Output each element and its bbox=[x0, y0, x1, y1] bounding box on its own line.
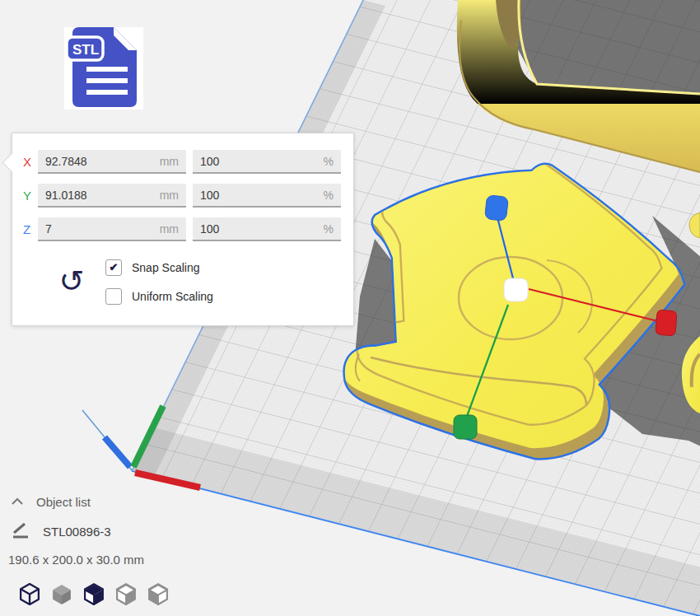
snap-scaling-row: ✔ Snap Scaling bbox=[105, 259, 200, 276]
cube-right-icon bbox=[147, 582, 170, 605]
cube-top-icon bbox=[82, 582, 105, 605]
z-size-unit: mm bbox=[160, 222, 179, 236]
z-percent-unit: % bbox=[324, 222, 334, 236]
x-percent-input[interactable]: 100 % bbox=[193, 150, 341, 174]
scale-row-z: Z 7 mm 100 % bbox=[12, 217, 353, 243]
selected-object-dimensions: 190.6 x 200.0 x 30.0 mm bbox=[8, 553, 144, 567]
cube-front-icon bbox=[50, 582, 73, 605]
z-size-input[interactable]: 7 mm bbox=[38, 217, 186, 241]
view-3d-button[interactable] bbox=[18, 582, 41, 605]
x-size-input[interactable]: 92.7848 mm bbox=[38, 150, 186, 174]
scale-row-x: X 92.7848 mm 100 % bbox=[12, 150, 353, 175]
uniform-scaling-row: ✔ Uniform Scaling bbox=[105, 288, 213, 305]
scale-row-y: Y 91.0188 mm 100 % bbox=[12, 184, 353, 209]
y-percent-unit: % bbox=[324, 189, 334, 202]
stl-file-icon: STL bbox=[64, 27, 143, 110]
collapse-chevron-icon[interactable] bbox=[10, 496, 25, 507]
snap-scaling-checkbox[interactable]: ✔ bbox=[105, 259, 122, 276]
checkmark-icon: ✔ bbox=[110, 262, 119, 273]
x-size-unit: mm bbox=[160, 155, 179, 168]
cube-left-icon bbox=[114, 582, 138, 605]
view-right-button[interactable] bbox=[147, 582, 170, 605]
stl-badge-label: STL bbox=[72, 42, 99, 58]
y-size-input[interactable]: 91.0188 mm bbox=[38, 184, 186, 208]
file-document-icon: STL bbox=[64, 27, 143, 110]
z-percent-input[interactable]: 100 % bbox=[193, 217, 341, 241]
view-front-button[interactable] bbox=[50, 582, 73, 605]
view-left-button[interactable] bbox=[114, 582, 138, 605]
view-top-button[interactable] bbox=[82, 582, 105, 605]
z-axis-label: Z bbox=[23, 222, 36, 236]
y-axis-label: Y bbox=[23, 189, 36, 203]
uniform-scaling-checkbox[interactable]: ✔ bbox=[105, 288, 122, 305]
y-percent-input[interactable]: 100 % bbox=[193, 184, 341, 208]
reset-scale-button[interactable]: ↺ bbox=[55, 264, 88, 300]
x-axis-label: X bbox=[23, 155, 36, 169]
uniform-scaling-label: Uniform Scaling bbox=[132, 290, 213, 303]
scale-handle-z[interactable] bbox=[485, 195, 509, 222]
scale-tool-panel: X 92.7848 mm 100 % Y 91.0188 mm 100 % Z … bbox=[12, 133, 354, 326]
z-axis-indicator bbox=[105, 437, 130, 467]
object-list-item[interactable]: STL00896-3 bbox=[43, 525, 111, 539]
object-item-icon bbox=[11, 522, 30, 539]
scale-handle-center[interactable] bbox=[504, 278, 528, 301]
scale-handle-x[interactable] bbox=[656, 310, 677, 336]
y-size-unit: mm bbox=[160, 189, 179, 202]
snap-scaling-label: Snap Scaling bbox=[132, 261, 200, 274]
camera-view-toolbar bbox=[18, 582, 170, 605]
x-percent-unit: % bbox=[324, 155, 334, 168]
cube-3d-icon bbox=[18, 582, 41, 605]
scale-handle-y[interactable] bbox=[454, 415, 477, 439]
object-list-title[interactable]: Object list bbox=[36, 495, 91, 509]
